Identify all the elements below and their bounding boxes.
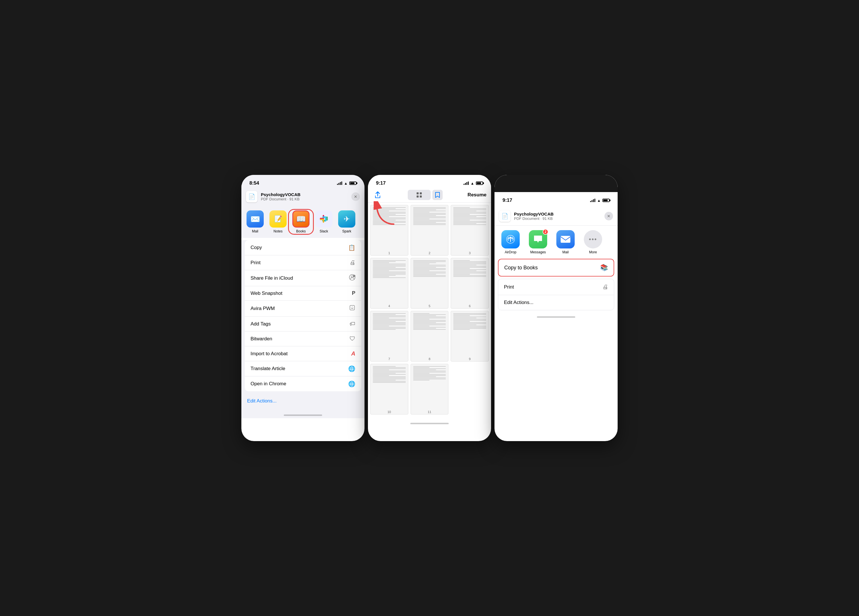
copy-label: Copy [251, 245, 262, 251]
pdf-page-1: 1 [370, 205, 408, 256]
home-indicator-right [495, 310, 618, 320]
pdf-page-4: 4 [370, 258, 408, 309]
import-acrobat-label: Import to Acrobat [251, 351, 287, 357]
wifi-icon-right: ▲ [597, 198, 601, 203]
mail-label-right: Mail [562, 250, 569, 254]
app-books[interactable]: 📖 Books [289, 211, 312, 233]
pdf-page-grid: 1 2 [368, 203, 491, 417]
app-airdrop[interactable]: AirDrop [497, 230, 524, 254]
books-label: Books [296, 229, 306, 233]
mail-label: Mail [252, 229, 258, 233]
file-info: PsychologyVOCAB PDF Document · 91 KB [261, 192, 348, 201]
apps-row-left: ✉️ Mail 📝 Notes 📖 Books [241, 206, 364, 238]
battery-icon-right [603, 199, 610, 202]
badge-messages: 2 [543, 229, 548, 235]
file-meta-left: PDF Document · 91 KB [261, 197, 348, 201]
signal-icon-right [590, 199, 595, 202]
action-add-tags[interactable]: Add Tags 🏷 [245, 317, 361, 331]
open-chrome-icon: 🌐 [348, 381, 355, 387]
close-button-right[interactable]: ✕ [604, 212, 613, 220]
file-info-right: PsychologyVOCAB PDF Document · 91 KB [514, 212, 601, 221]
svg-point-13 [352, 307, 353, 307]
notes-app-icon: 📝 [269, 211, 287, 228]
svg-rect-14 [417, 192, 419, 194]
app-mail-right[interactable]: Mail [552, 230, 579, 254]
pdf-page-11: 11 [411, 364, 449, 415]
share-icloud-label: Share File in iCloud [251, 275, 293, 281]
action-share-icloud[interactable]: Share File in iCloud ↑ [245, 270, 361, 286]
print-label-right: Print [504, 284, 514, 290]
action-print-right[interactable]: Print 🖨 [498, 279, 614, 295]
edit-actions-left[interactable]: Edit Actions... [241, 394, 364, 409]
action-open-chrome[interactable]: Open in Chrome 🌐 [245, 376, 361, 391]
status-icons-right: ▲ [590, 198, 610, 203]
svg-rect-12 [350, 306, 355, 310]
app-messages[interactable]: 2 Messages [524, 230, 552, 254]
spark-app-icon: ✈ [338, 211, 355, 228]
action-avira[interactable]: Avira PWM [245, 301, 361, 317]
bookmark-icon [435, 192, 440, 198]
share-sheet-right: 9:17 ▲ 📄 Psyc [495, 192, 618, 310]
action-print[interactable]: Print 🖨 [245, 255, 361, 270]
print-icon: 🖨 [350, 259, 355, 266]
more-label: More [589, 250, 597, 254]
app-mail[interactable]: ✉️ Mail [244, 211, 267, 233]
app-notes[interactable]: 📝 Notes [267, 211, 289, 233]
airdrop-icon [501, 230, 520, 248]
share-icon [374, 191, 381, 199]
svg-rect-5 [320, 219, 324, 220]
actions-list-left: Copy 📋 Print 🖨 Share File in iCloud [241, 240, 364, 409]
more-icon: ••• [584, 230, 602, 248]
copy-to-books-label: Copy to Books [504, 265, 538, 271]
add-tags-icon: 🏷 [350, 321, 355, 327]
action-translate[interactable]: Translate Article 🌐 [245, 361, 361, 376]
apps-row-right: AirDrop 2 Messages [495, 226, 618, 259]
time-right: 9:17 [503, 198, 512, 203]
grid-icon [416, 192, 422, 198]
pdf-page-8: 8 [411, 311, 449, 362]
pdf-page-5: 5 [411, 258, 449, 309]
books-app-icon: 📖 [292, 211, 309, 228]
app-more[interactable]: ••• More [579, 230, 607, 254]
action-edit-right[interactable]: Edit Actions... [498, 295, 614, 310]
resume-button[interactable]: Resume [468, 192, 486, 198]
grid-view-button[interactable] [408, 190, 431, 200]
share-button-center[interactable] [373, 190, 383, 200]
app-slack[interactable]: Slack [312, 211, 335, 233]
time-center: 9:17 [376, 180, 386, 186]
edit-actions-label-right: Edit Actions... [504, 300, 533, 306]
import-acrobat-icon: A [351, 350, 355, 357]
action-bitwarden[interactable]: Bitwarden 🛡 [245, 331, 361, 346]
translate-label: Translate Article [251, 366, 285, 371]
copy-icon: 📋 [348, 244, 355, 251]
mail-app-icon: ✉️ [247, 211, 264, 228]
file-meta-right: PDF Document · 91 KB [514, 217, 601, 221]
copy-to-books-action[interactable]: Copy to Books 📚 [498, 259, 614, 276]
svg-text:↑: ↑ [354, 275, 355, 277]
close-button-left[interactable]: ✕ [351, 192, 360, 201]
pdf-page-2: 2 [411, 205, 449, 256]
action-import-acrobat[interactable]: Import to Acrobat A [245, 346, 361, 361]
home-indicator-center [368, 417, 491, 427]
svg-rect-3 [326, 217, 328, 221]
messages-label: Messages [530, 250, 546, 254]
bookmark-button[interactable] [433, 190, 443, 200]
svg-rect-7 [325, 218, 326, 221]
actions-list-right: Copy to Books 📚 Print 🖨 Edit Actions... [495, 259, 618, 310]
web-snapshot-icon: P [352, 290, 355, 296]
bitwarden-label: Bitwarden [251, 336, 272, 342]
file-name-left: PsychologyVOCAB [261, 192, 348, 197]
translate-icon: 🌐 [348, 365, 355, 372]
add-tags-label: Add Tags [251, 321, 271, 327]
mail-icon-right [556, 230, 575, 248]
bitwarden-icon: 🛡 [350, 335, 355, 342]
action-web-snapshot[interactable]: Web Snapshot P [245, 286, 361, 301]
app-spark[interactable]: ✈ Spark [335, 211, 358, 233]
action-copy[interactable]: Copy 📋 [245, 240, 361, 255]
share-header-right: 📄 PsychologyVOCAB PDF Document · 91 KB ✕ [495, 205, 618, 226]
signal-icon [337, 181, 342, 185]
slack-icon [319, 214, 329, 224]
svg-rect-16 [417, 195, 419, 198]
open-chrome-label: Open in Chrome [251, 381, 286, 387]
pdf-page-10: 10 [370, 364, 408, 415]
